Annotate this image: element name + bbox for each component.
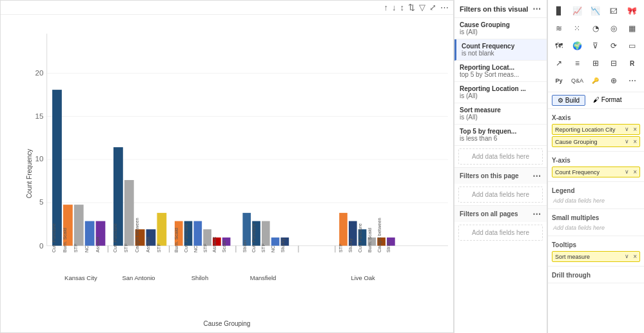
filter-top5-frequency[interactable]: Top 5 by frequen... is less than 6	[454, 125, 547, 146]
filter-add-field-all-pages[interactable]: Add data fields here	[458, 225, 543, 241]
viz-funnel-icon[interactable]: ⊽	[587, 37, 604, 54]
small-multiples-placeholder: Add data fields here	[552, 223, 640, 233]
filters-on-visual-header: Filters on this visual ⋯	[454, 0, 547, 18]
x-axis-field-cause-chevron[interactable]: ∨	[625, 138, 629, 145]
format-button[interactable]: 🖌 Format	[588, 95, 627, 106]
viz-qna-icon[interactable]: Q&A	[569, 72, 585, 89]
viz-combo-icon[interactable]: 🗠	[605, 3, 622, 19]
svg-text:STF: STF	[73, 243, 79, 252]
expand-icon[interactable]: ⇅	[408, 3, 415, 12]
filter-reporting-loc-top5-title: Reporting Locat...	[460, 64, 542, 71]
svg-rect-49	[262, 221, 270, 246]
y-axis-field-count[interactable]: Count Frequency ∨ ×	[552, 166, 640, 177]
viz-area-icon[interactable]: 📉	[587, 3, 604, 19]
x-axis-field-cause-remove[interactable]: ×	[633, 138, 637, 145]
x-axis-field-cause-label: Cause Grouping	[555, 139, 598, 145]
viz-matrix-icon[interactable]: ⊟	[605, 55, 622, 72]
filter-sort-measure[interactable]: Sort measure is (All)	[454, 103, 547, 125]
viz-pie-icon[interactable]: ◔	[587, 20, 604, 37]
viz-treemap-icon[interactable]: ▦	[624, 20, 641, 37]
x-axis-field-reporting-label: Reporting Location City	[555, 126, 616, 133]
svg-text:Caught between: Caught between	[134, 217, 140, 252]
filter-cause-grouping-title: Cause Grouping	[460, 21, 542, 28]
legend-placeholder: Add data fields here	[552, 196, 640, 206]
filter-top5-title: Top 5 by frequen...	[460, 128, 542, 135]
y-axis-title: Y-axis	[552, 154, 640, 165]
svg-text:Cut. Puncture: Cut. Puncture	[112, 223, 118, 252]
svg-text:NC: NC	[84, 245, 90, 252]
x-axis-field-reporting-chevron[interactable]: ∨	[625, 126, 629, 133]
small-multiples-title: Small multiples	[552, 212, 640, 223]
viz-line-icon[interactable]: 📈	[569, 3, 585, 19]
filters-all-pages-title: Filters on all pages	[460, 210, 518, 217]
sort-desc-icon[interactable]: ↓	[392, 3, 396, 12]
x-axis-label: Cause Grouping	[204, 320, 251, 327]
tooltips-field-sort-chevron[interactable]: ∨	[625, 253, 629, 260]
svg-text:Stucky: Stucky	[347, 238, 353, 253]
filter-reporting-loc-top5-subtitle: top 5 by Sort meas...	[460, 71, 542, 78]
viz-more-icon[interactable]: ⋯	[624, 72, 641, 89]
more-options-icon[interactable]: ⋯	[440, 3, 449, 12]
svg-text:Burn. Scald: Burn. Scald	[62, 228, 68, 252]
svg-text:STF: STF	[156, 243, 162, 252]
viz-kpi-icon[interactable]: ↗	[551, 55, 567, 72]
svg-text:Cut. Puncture: Cut. Puncture	[251, 223, 257, 252]
y-axis-field-count-chevron[interactable]: ∨	[625, 168, 629, 176]
viz-waterfall-icon[interactable]: ≋	[551, 20, 567, 37]
viz-gauge-icon[interactable]: ⟳	[605, 37, 622, 54]
filter-icon[interactable]: ▽	[419, 3, 425, 12]
all-pages-filters-more-icon[interactable]: ⋯	[532, 209, 542, 219]
build-button[interactable]: ⚙ Build	[552, 95, 585, 106]
tooltips-field-sort-label: Sort measure	[555, 254, 590, 260]
tooltips-field-sort[interactable]: Sort measure ∨ ×	[552, 251, 640, 262]
svg-text:Kansas City: Kansas City	[64, 274, 97, 281]
filters-more-icon[interactable]: ⋯	[532, 4, 542, 14]
filter-cause-grouping[interactable]: Cause Grouping is (All)	[454, 18, 547, 39]
viz-map-icon[interactable]: 🗺	[551, 37, 567, 54]
filter-reporting-location-top5[interactable]: Reporting Locat... top 5 by Sort meas...	[454, 61, 547, 82]
x-axis-field-reporting[interactable]: Reporting Location City ∨ ×	[552, 124, 640, 135]
filter-add-field-page[interactable]: Add data fields here	[458, 187, 543, 203]
sort-asc-icon[interactable]: ↑	[384, 3, 389, 12]
viz-card-icon[interactable]: ▭	[624, 37, 641, 54]
filters-on-page-header: Filters on this page ⋯	[454, 167, 547, 184]
filter-count-frequency-subtitle: is not blank	[462, 50, 542, 57]
svg-text:Cut. Puncture: Cut. Puncture	[357, 223, 363, 252]
viz-decomp-icon[interactable]: ⊕	[605, 72, 622, 89]
viz-panel: ▊ 📈 📉 🗠 🎀 ≋ ⁙ ◔ ◎ ▦ 🗺 🌍 ⊽ ⟳ ▭ ↗ ≡ ⊞ ⊟ R …	[547, 0, 644, 333]
svg-text:20: 20	[35, 68, 43, 77]
y-axis-label: Count Frequency	[26, 149, 33, 199]
filters-all-pages-header: Filters on all pages ⋯	[454, 205, 547, 222]
svg-rect-50	[271, 237, 280, 246]
svg-text:Assault: Assault	[211, 237, 217, 252]
x-axis-field-reporting-remove[interactable]: ×	[633, 126, 637, 133]
page-filters-more-icon[interactable]: ⋯	[532, 171, 542, 181]
viz-donut-icon[interactable]: ◎	[605, 20, 622, 37]
viz-python-icon[interactable]: Py	[551, 72, 567, 89]
filter-top5-subtitle: is less than 6	[460, 135, 542, 142]
filter-add-field-visual[interactable]: Add data fields here	[458, 148, 543, 165]
y-axis-field-count-remove[interactable]: ×	[633, 168, 637, 176]
filter-reporting-location-all[interactable]: Reporting Location ... is (All)	[454, 82, 547, 103]
filter-count-frequency[interactable]: Count Frequency is not blank	[454, 39, 547, 61]
viz-table-icon[interactable]: ⊞	[587, 55, 604, 72]
viz-bar-icon[interactable]: ▊	[551, 3, 567, 19]
fullscreen-icon[interactable]: ⤢	[429, 3, 436, 12]
viz-filled-map-icon[interactable]: 🌍	[569, 37, 585, 54]
drill-through-section: Drill through	[548, 267, 644, 283]
sort-icon[interactable]: ↕	[400, 3, 405, 12]
svg-text:Strain: Strain	[385, 240, 391, 252]
viz-ribbon-icon[interactable]: 🎀	[624, 3, 641, 19]
tooltips-field-sort-remove[interactable]: ×	[633, 253, 637, 260]
tooltips-title: Tooltips	[552, 239, 640, 250]
filters-panel: Filters on this visual ⋯ Cause Grouping …	[454, 0, 547, 333]
x-axis-field-cause[interactable]: Cause Grouping ∨ ×	[552, 136, 640, 147]
bar-chart-svg: 0 5 10 15 20 Kansas City Cut. Punctur	[26, 20, 448, 294]
viz-key-inf-icon[interactable]: 🔑	[587, 72, 604, 89]
viz-scatter-icon[interactable]: ⁙	[569, 20, 585, 37]
build-format-toggle: ⚙ Build 🖌 Format	[548, 92, 644, 109]
svg-text:15: 15	[35, 112, 43, 120]
viz-r-icon[interactable]: R	[624, 55, 641, 72]
viz-slicer-icon[interactable]: ≡	[569, 55, 585, 72]
svg-text:10: 10	[35, 154, 43, 163]
